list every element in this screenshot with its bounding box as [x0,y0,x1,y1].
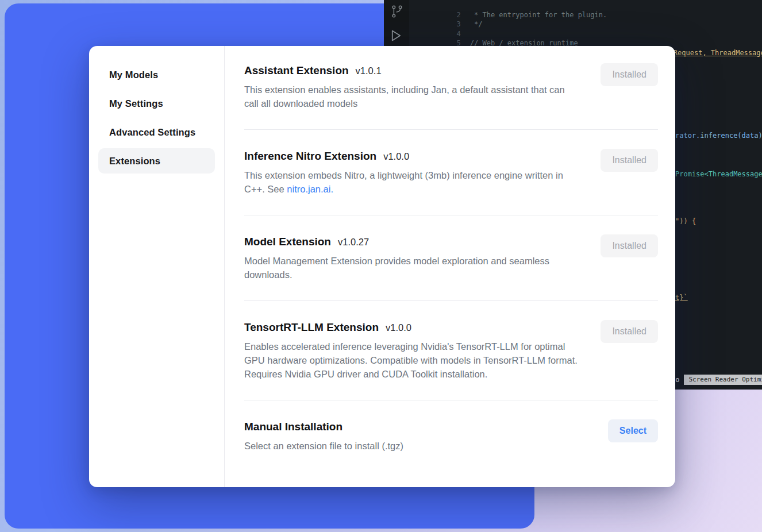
select-file-button[interactable]: Select [608,419,658,442]
installed-button[interactable]: Installed [601,63,658,86]
code-text: */ [470,20,483,28]
extensions-list: Assistant Extension v1.0.1 This extensio… [225,46,675,487]
extension-version: v1.0.1 [356,65,382,76]
line-number: 4 [446,29,461,39]
extension-title: Model Extension [244,234,331,249]
extension-version: v1.0.0 [383,151,409,162]
extension-title: Manual Installation [244,419,342,434]
sidebar-item-advanced-settings[interactable]: Advanced Settings [98,119,215,145]
line-number: 2 [446,10,461,20]
code-snippet: t}` [675,294,688,302]
line-number: 3 [446,20,461,29]
extension-title: TensortRT-LLM Extension [244,320,379,335]
settings-sidebar: My Models My Settings Advanced Settings … [89,46,225,487]
sidebar-item-label: My Models [109,70,158,80]
sidebar-item-my-settings[interactable]: My Settings [98,91,215,116]
sidebar-item-label: Advanced Settings [109,127,195,138]
code-snippet: Promise<ThreadMessage> [675,170,762,178]
code-snippet: ")) { [675,217,696,225]
extension-row-model: Model Extension v1.0.27 Model Management… [244,215,658,301]
sidebar-item-my-models[interactable]: My Models [98,62,215,87]
nitro-jan-ai-link[interactable]: nitro.jan.ai. [287,184,333,194]
extension-row-tensorrt: TensortRT-LLM Extension v1.0.0 Enables a… [244,301,658,400]
installed-button[interactable]: Installed [601,149,658,172]
extension-row-nitro: Inference Nitro Extension v1.0.0 This ex… [244,130,658,215]
extension-description: This extension embeds Nitro, a lightweig… [244,168,579,196]
run-debug-icon[interactable] [387,28,403,45]
extension-version: v1.0.27 [338,237,369,248]
screen-reader-badge: Screen Reader Optimize [684,375,762,385]
extension-title: Inference Nitro Extension [244,149,376,164]
code-line: 2 * The entrypoint for the plugin. [413,1,762,10]
source-control-icon[interactable] [390,4,405,21]
sidebar-item-label: My Settings [109,98,163,109]
installed-button[interactable]: Installed [601,320,658,343]
settings-modal: My Models My Settings Advanced Settings … [89,46,675,487]
sidebar-item-label: Extensions [109,156,160,167]
extension-row-manual-install: Manual Installation Select an extension … [244,400,658,464]
extension-description: This extension enables assistants, inclu… [244,83,579,110]
code-area: 2 * The entrypoint for the plugin. 3 */ … [413,1,762,48]
code-snippet: rator.inference(data)); [675,132,762,140]
extension-title: Assistant Extension [244,63,349,78]
extension-description: Enables accelerated inference leveraging… [244,340,579,381]
extension-description: Model Management Extension provides mode… [244,254,579,282]
desktop-background: 2 * The entrypoint for the plugin. 3 */ … [0,0,762,532]
extension-version: v1.0.0 [386,322,411,333]
sidebar-item-extensions[interactable]: Extensions [98,148,215,174]
installed-button[interactable]: Installed [601,234,658,257]
editor-status-bar: go Screen Reader Optimize [671,375,762,385]
extension-row-assistant: Assistant Extension v1.0.1 This extensio… [244,62,658,130]
code-text: * The entrypoint for the plugin. [470,11,607,19]
extension-description: Select an extension file to install (.tg… [244,439,579,453]
